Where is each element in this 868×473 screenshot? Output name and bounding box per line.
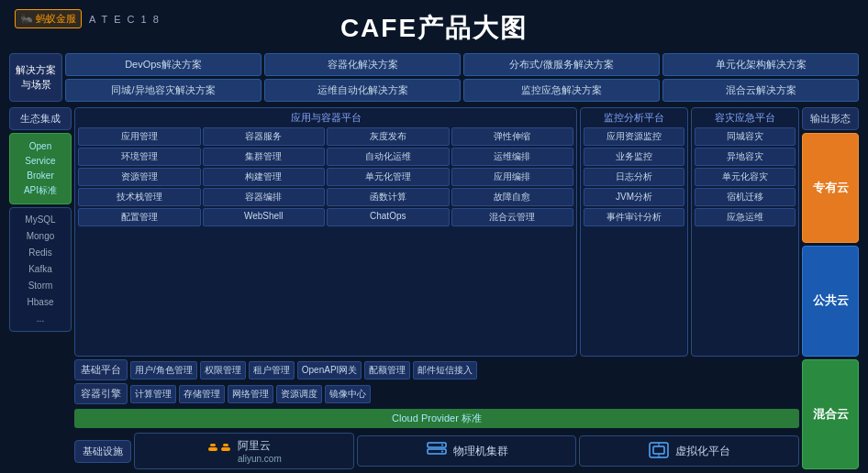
sol-unitarch[interactable]: 单元化架构解决方案 [662, 53, 859, 76]
header: 🐜 蚂蚁金服 A T E C 1 8 CAFE产品大图 [0, 0, 868, 53]
main-layout: 解决方案与场景 DevOps解决方案 容器化解决方案 分布式/微服务解决方案 单… [0, 53, 868, 473]
private-cloud-btn[interactable]: 专有云 [802, 133, 859, 243]
aliyun-logo: 阿里云 aliyun.com [134, 433, 354, 469]
virtual-icon [648, 441, 670, 461]
base-platform-label: 基础平台 [74, 359, 128, 380]
svg-point-6 [441, 445, 443, 446]
storage-mgmt[interactable]: 存储管理 [179, 385, 225, 403]
physical-cluster-logo: 物理机集群 [357, 435, 577, 467]
app-platform-grid: 应用管理 容器服务 灰度发布 弹性伸缩 环境管理 集群管理 自动化运维 运维编排… [78, 127, 573, 226]
disaster-title: 容灾应急平台 [695, 111, 796, 125]
gray-release[interactable]: 灰度发布 [327, 127, 450, 146]
aliyun-name: 阿里云 [238, 438, 282, 454]
quota-mgmt[interactable]: 配额管理 [364, 361, 410, 380]
output-panel: 输出形态 专有云 公共云 混合云 [802, 107, 859, 469]
db-list: MySQLMongoRedisKafkaStormHbase... [9, 207, 72, 332]
event-audit[interactable]: 事件审计分析 [584, 208, 684, 226]
sol-microservice[interactable]: 分布式/微服务解决方案 [463, 53, 660, 76]
sol-monitor[interactable]: 监控应急解决方案 [463, 79, 660, 102]
container-engine-row: 容器引擎 计算管理 存储管理 网络管理 资源调度 镜像中心 [74, 383, 799, 404]
disaster-platform: 容灾应急平台 同城容灾 异地容灾 单元化容灾 宿机迁移 应急运维 [691, 107, 799, 357]
image-center[interactable]: 镜像中心 [325, 385, 371, 403]
svg-rect-1 [221, 447, 230, 451]
svg-rect-9 [653, 446, 664, 454]
container-orchestration[interactable]: 容器编排 [203, 188, 326, 206]
svg-point-7 [441, 451, 443, 453]
cloud-provider-bar: Cloud Provider 标准 [74, 409, 799, 428]
solution-row: 解决方案与场景 DevOps解决方案 容器化解决方案 分布式/微服务解决方案 单… [9, 53, 859, 102]
physical-name: 物理机集群 [453, 444, 508, 459]
function-compute[interactable]: 函数计算 [327, 188, 450, 206]
ant-financial-logo: 🐜 蚂蚁金服 [15, 9, 82, 28]
physical-icon [426, 441, 448, 461]
monitor-title: 监控分析平台 [584, 111, 684, 125]
biz-monitor[interactable]: 业务监控 [584, 148, 684, 166]
emergency-ops[interactable]: 应急运维 [695, 208, 796, 226]
config-mgmt[interactable]: 配置管理 [78, 208, 201, 226]
logo-area: 🐜 蚂蚁金服 A T E C 1 8 [15, 9, 161, 28]
sms-email[interactable]: 邮件短信接入 [413, 361, 477, 380]
unit-mgmt[interactable]: 单元化管理 [327, 168, 450, 186]
remote-disaster[interactable]: 异地容灾 [695, 148, 796, 166]
container-engine-label: 容器引擎 [74, 383, 128, 404]
tech-stack-mgmt[interactable]: 技术栈管理 [78, 188, 201, 206]
sol-disaster[interactable]: 同城/异地容灾解决方案 [65, 79, 262, 102]
infra-label: 基础设施 [74, 440, 131, 463]
svg-rect-0 [208, 447, 217, 451]
sol-ops[interactable]: 运维自动化解决方案 [264, 79, 461, 102]
ops-orchestration[interactable]: 运维编排 [451, 148, 574, 166]
monitor-platform: 监控分析平台 应用资源监控 业务监控 日志分析 JVM分析 事件审计分析 [580, 107, 688, 357]
log-analysis[interactable]: 日志分析 [584, 168, 684, 186]
open-service-broker: OpenServiceBrokerAPI标准 [9, 133, 72, 204]
public-cloud-btn[interactable]: 公共云 [802, 246, 859, 356]
fault-auto-heal[interactable]: 故障自愈 [451, 188, 574, 206]
ecology-panel: 生态集成 OpenServiceBrokerAPI标准 MySQLMongoRe… [9, 107, 72, 469]
user-role-mgmt[interactable]: 用户/角色管理 [130, 361, 197, 380]
compute-mgmt[interactable]: 计算管理 [130, 385, 176, 403]
host-migration[interactable]: 宿机迁移 [695, 188, 796, 206]
solution-items: DevOps解决方案 容器化解决方案 分布式/微服务解决方案 单元化架构解决方案… [65, 53, 859, 102]
atec-logo: A T E C 1 8 [89, 14, 161, 25]
disaster-items: 同城容灾 异地容灾 单元化容灾 宿机迁移 应急运维 [695, 127, 796, 226]
webshell[interactable]: WebShell [203, 208, 326, 226]
app-resource-monitor[interactable]: 应用资源监控 [584, 127, 684, 146]
app-orchestration[interactable]: 应用编排 [451, 168, 574, 186]
base-platform-cells: 用户/角色管理 权限管理 租户管理 OpenAPI网关 配额管理 邮件短信接入 [130, 361, 799, 380]
resource-mgmt[interactable]: 资源管理 [78, 168, 201, 186]
svg-rect-3 [223, 444, 228, 446]
hybrid-cloud-btn[interactable]: 混合云 [802, 359, 859, 469]
chatops[interactable]: ChatOps [327, 208, 450, 226]
jvm-analysis[interactable]: JVM分析 [584, 188, 684, 206]
cluster-mgmt[interactable]: 集群管理 [203, 148, 326, 166]
app-platform-title: 应用与容器平台 [78, 111, 573, 125]
env-mgmt[interactable]: 环境管理 [78, 148, 201, 166]
bottom-infra: 基础设施 阿里云 aliyun.com [74, 433, 799, 469]
build-mgmt[interactable]: 构建管理 [203, 168, 326, 186]
app-platform: 应用与容器平台 应用管理 容器服务 灰度发布 弹性伸缩 环境管理 集群管理 自动… [74, 107, 577, 357]
output-label: 输出形态 [802, 107, 859, 130]
solution-row2: 同城/异地容灾解决方案 运维自动化解决方案 监控应急解决方案 混合云解决方案 [65, 79, 859, 102]
auto-ops[interactable]: 自动化运维 [327, 148, 450, 166]
app-mgmt[interactable]: 应用管理 [78, 127, 201, 146]
body-area: 生态集成 OpenServiceBrokerAPI标准 MySQLMongoRe… [9, 107, 859, 469]
sol-container[interactable]: 容器化解决方案 [264, 53, 461, 76]
openapi-gateway[interactable]: OpenAPI网关 [297, 361, 362, 380]
resource-schedule[interactable]: 资源调度 [276, 385, 322, 403]
sol-hybrid[interactable]: 混合云解决方案 [662, 79, 859, 102]
unit-disaster[interactable]: 单元化容灾 [695, 168, 796, 186]
city-disaster[interactable]: 同城容灾 [695, 127, 796, 146]
network-mgmt[interactable]: 网络管理 [228, 385, 273, 403]
elastic-scale[interactable]: 弹性伸缩 [451, 127, 574, 146]
tenant-mgmt[interactable]: 租户管理 [249, 361, 295, 380]
hybrid-cloud-mgmt[interactable]: 混合云管理 [451, 208, 574, 226]
virtual-name: 虚拟化平台 [675, 444, 730, 459]
svg-rect-2 [210, 444, 216, 446]
permission-mgmt[interactable]: 权限管理 [200, 361, 246, 380]
sol-devops[interactable]: DevOps解决方案 [65, 53, 262, 76]
virtual-platform-logo: 虚拟化平台 [579, 435, 799, 467]
output-buttons: 专有云 公共云 混合云 [802, 133, 859, 469]
container-service[interactable]: 容器服务 [203, 127, 326, 146]
aliyun-icon [206, 440, 232, 463]
monitor-items: 应用资源监控 业务监控 日志分析 JVM分析 事件审计分析 [584, 127, 684, 226]
center-right-area: 应用与容器平台 应用管理 容器服务 灰度发布 弹性伸缩 环境管理 集群管理 自动… [74, 107, 799, 469]
